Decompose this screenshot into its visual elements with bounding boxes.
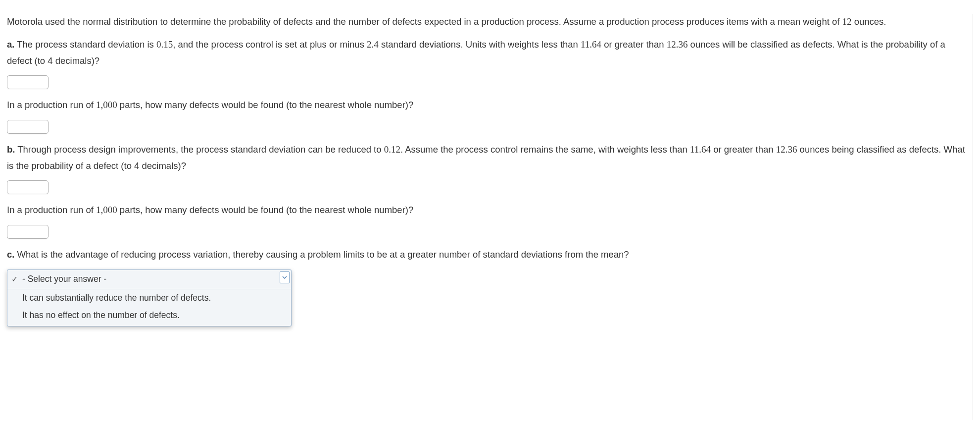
intro-text-1: Motorola used the normal distribution to… [7,16,842,27]
part-b-prob-input[interactable] [7,180,49,194]
pb-t1: Through process design improvements, the… [15,144,384,155]
pa-high: 12.36 [667,39,688,50]
part-a-prob-input[interactable] [7,75,49,89]
pb-t2: . Assume the process control remains the… [400,144,690,155]
dropdown-option-1-text: It can substantially reduce the number o… [22,293,211,303]
dropdown-option-1[interactable]: It can substantially reduce the number o… [7,289,292,307]
part-a-label: a. [7,39,14,50]
chevron-down-icon [282,275,287,280]
pa-q2b: parts, how many defects would be found (… [117,100,414,110]
part-c-dropdown[interactable]: ✓ - Select your answer - It can substant… [7,269,292,326]
pb-runsize: 1,000 [96,205,117,215]
pa-sd: 0.15 [156,39,173,50]
pa-sdlimit: 2.4 [367,39,379,50]
pb-q2a: In a production run of [7,205,96,215]
pb-q2b: parts, how many defects would be found (… [117,205,414,215]
question-container: Motorola used the normal distribution to… [7,14,973,420]
intro-paragraph: Motorola used the normal distribution to… [7,14,968,30]
dropdown-option-2[interactable]: It has no effect on the number of defect… [7,307,292,326]
pb-sd: 0.12 [384,144,400,155]
part-a-question-2: In a production run of 1,000 parts, how … [7,97,968,113]
pb-t3: or greater than [711,144,776,155]
pb-low: 11.64 [690,144,711,155]
intro-text-2: ounces. [852,16,886,27]
part-a-question-1: a. The process standard deviation is 0.1… [7,37,968,68]
part-a-count-input[interactable] [7,120,49,134]
dropdown-selected-row[interactable]: ✓ - Select your answer - [7,269,292,289]
part-b-count-input[interactable] [7,225,49,239]
dropdown-option-2-text: It has no effect on the number of defect… [22,310,180,320]
part-c-question: c. What is the advantage of reducing pro… [7,247,968,262]
dropdown-selected-text: - Select your answer - [22,274,106,284]
pa-t2: , and the process control is set at plus… [173,39,367,50]
part-b-question-1: b. Through process design improvements, … [7,142,968,173]
part-b-label: b. [7,144,15,155]
check-icon: ✓ [11,272,18,286]
pa-t3: standard deviations. Units with weights … [379,39,581,50]
pa-runsize: 1,000 [96,100,117,110]
pa-t1: The process standard deviation is [14,39,156,50]
mean-value: 12 [842,16,852,27]
pc-t1: What is the advantage of reducing proces… [14,249,629,260]
part-b-question-2: In a production run of 1,000 parts, how … [7,202,968,218]
pa-q2a: In a production run of [7,100,96,110]
pa-low: 11.64 [581,39,601,50]
pa-t4: or greater than [601,39,667,50]
dropdown-arrow-button[interactable] [280,271,290,283]
pb-high: 12.36 [776,144,797,155]
part-c-label: c. [7,249,14,260]
